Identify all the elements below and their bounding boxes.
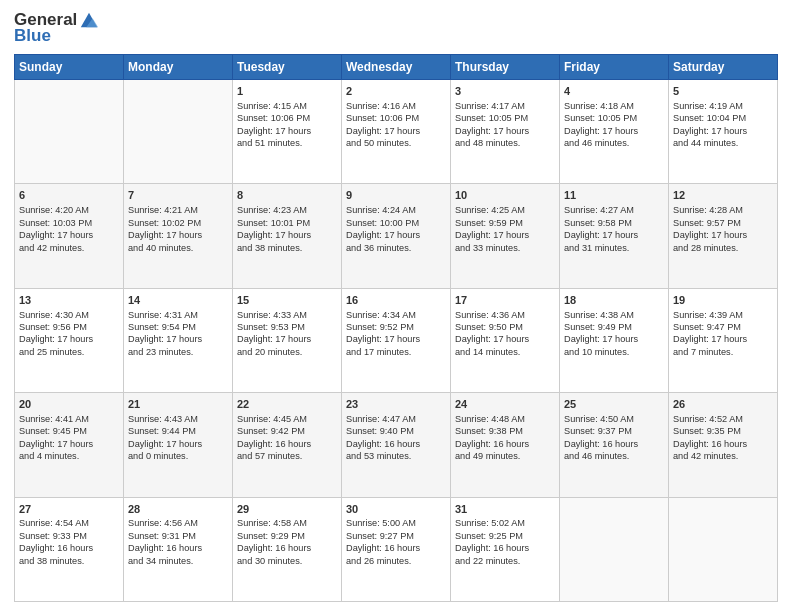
calendar-day-cell: 18Sunrise: 4:38 AMSunset: 9:49 PMDayligh… bbox=[560, 288, 669, 392]
day-info: and 14 minutes. bbox=[455, 346, 555, 358]
day-info: and 40 minutes. bbox=[128, 242, 228, 254]
day-info: Sunset: 10:06 PM bbox=[237, 112, 337, 124]
day-info: Sunset: 9:54 PM bbox=[128, 321, 228, 333]
calendar-day-cell: 8Sunrise: 4:23 AMSunset: 10:01 PMDayligh… bbox=[233, 184, 342, 288]
calendar-day-cell: 9Sunrise: 4:24 AMSunset: 10:00 PMDayligh… bbox=[342, 184, 451, 288]
day-info: Sunrise: 4:41 AM bbox=[19, 413, 119, 425]
logo-triangle-icon bbox=[79, 10, 99, 30]
day-info: Sunset: 10:05 PM bbox=[455, 112, 555, 124]
calendar-day-cell: 6Sunrise: 4:20 AMSunset: 10:03 PMDayligh… bbox=[15, 184, 124, 288]
day-info: Sunrise: 4:15 AM bbox=[237, 100, 337, 112]
day-info: Daylight: 17 hours bbox=[346, 229, 446, 241]
day-info: and 33 minutes. bbox=[455, 242, 555, 254]
day-number: 25 bbox=[564, 397, 664, 412]
calendar-day-cell: 23Sunrise: 4:47 AMSunset: 9:40 PMDayligh… bbox=[342, 393, 451, 497]
calendar-header-day: Thursday bbox=[451, 55, 560, 80]
calendar-day-cell: 5Sunrise: 4:19 AMSunset: 10:04 PMDayligh… bbox=[669, 80, 778, 184]
day-info: Sunrise: 4:28 AM bbox=[673, 204, 773, 216]
day-info: Daylight: 17 hours bbox=[346, 125, 446, 137]
day-number: 15 bbox=[237, 293, 337, 308]
calendar-day-cell bbox=[560, 497, 669, 601]
day-info: Daylight: 17 hours bbox=[455, 125, 555, 137]
calendar-header-day: Tuesday bbox=[233, 55, 342, 80]
day-info: Daylight: 16 hours bbox=[455, 438, 555, 450]
calendar-header-day: Sunday bbox=[15, 55, 124, 80]
calendar-day-cell bbox=[669, 497, 778, 601]
calendar-week-row: 20Sunrise: 4:41 AMSunset: 9:45 PMDayligh… bbox=[15, 393, 778, 497]
calendar-day-cell: 24Sunrise: 4:48 AMSunset: 9:38 PMDayligh… bbox=[451, 393, 560, 497]
day-info: and 31 minutes. bbox=[564, 242, 664, 254]
day-info: Daylight: 17 hours bbox=[455, 229, 555, 241]
calendar-day-cell: 11Sunrise: 4:27 AMSunset: 9:58 PMDayligh… bbox=[560, 184, 669, 288]
day-info: and 0 minutes. bbox=[128, 450, 228, 462]
day-info: Sunset: 9:47 PM bbox=[673, 321, 773, 333]
calendar-day-cell: 16Sunrise: 4:34 AMSunset: 9:52 PMDayligh… bbox=[342, 288, 451, 392]
day-info: and 50 minutes. bbox=[346, 137, 446, 149]
day-info: Daylight: 16 hours bbox=[455, 542, 555, 554]
day-number: 7 bbox=[128, 188, 228, 203]
day-info: Sunset: 9:37 PM bbox=[564, 425, 664, 437]
day-info: and 38 minutes. bbox=[237, 242, 337, 254]
calendar-day-cell: 29Sunrise: 4:58 AMSunset: 9:29 PMDayligh… bbox=[233, 497, 342, 601]
day-info: Sunrise: 4:50 AM bbox=[564, 413, 664, 425]
day-number: 16 bbox=[346, 293, 446, 308]
day-info: Sunset: 10:04 PM bbox=[673, 112, 773, 124]
logo-blue: Blue bbox=[14, 26, 51, 46]
day-info: Sunrise: 4:45 AM bbox=[237, 413, 337, 425]
calendar-week-row: 6Sunrise: 4:20 AMSunset: 10:03 PMDayligh… bbox=[15, 184, 778, 288]
day-info: Daylight: 16 hours bbox=[346, 542, 446, 554]
day-info: and 28 minutes. bbox=[673, 242, 773, 254]
day-info: Sunset: 9:27 PM bbox=[346, 530, 446, 542]
calendar-day-cell: 27Sunrise: 4:54 AMSunset: 9:33 PMDayligh… bbox=[15, 497, 124, 601]
calendar-week-row: 13Sunrise: 4:30 AMSunset: 9:56 PMDayligh… bbox=[15, 288, 778, 392]
day-info: Sunrise: 4:43 AM bbox=[128, 413, 228, 425]
day-info: Sunrise: 4:23 AM bbox=[237, 204, 337, 216]
day-number: 17 bbox=[455, 293, 555, 308]
calendar-week-row: 1Sunrise: 4:15 AMSunset: 10:06 PMDayligh… bbox=[15, 80, 778, 184]
day-info: and 57 minutes. bbox=[237, 450, 337, 462]
calendar-day-cell: 4Sunrise: 4:18 AMSunset: 10:05 PMDayligh… bbox=[560, 80, 669, 184]
day-info: Daylight: 17 hours bbox=[237, 125, 337, 137]
day-info: and 44 minutes. bbox=[673, 137, 773, 149]
day-number: 19 bbox=[673, 293, 773, 308]
day-info: Sunrise: 4:58 AM bbox=[237, 517, 337, 529]
day-number: 1 bbox=[237, 84, 337, 99]
calendar-day-cell: 28Sunrise: 4:56 AMSunset: 9:31 PMDayligh… bbox=[124, 497, 233, 601]
day-info: Sunrise: 4:39 AM bbox=[673, 309, 773, 321]
day-info: Daylight: 16 hours bbox=[673, 438, 773, 450]
day-info: Sunset: 9:49 PM bbox=[564, 321, 664, 333]
day-info: Daylight: 16 hours bbox=[346, 438, 446, 450]
day-info: Sunrise: 4:48 AM bbox=[455, 413, 555, 425]
day-info: Sunrise: 4:24 AM bbox=[346, 204, 446, 216]
day-info: Sunrise: 5:02 AM bbox=[455, 517, 555, 529]
day-info: and 23 minutes. bbox=[128, 346, 228, 358]
day-info: Daylight: 16 hours bbox=[128, 542, 228, 554]
calendar-day-cell bbox=[124, 80, 233, 184]
day-info: Daylight: 17 hours bbox=[673, 125, 773, 137]
calendar-week-row: 27Sunrise: 4:54 AMSunset: 9:33 PMDayligh… bbox=[15, 497, 778, 601]
day-info: Sunset: 9:50 PM bbox=[455, 321, 555, 333]
day-info: Sunset: 10:02 PM bbox=[128, 217, 228, 229]
day-info: Sunset: 9:44 PM bbox=[128, 425, 228, 437]
day-info: Sunset: 9:52 PM bbox=[346, 321, 446, 333]
day-info: and 22 minutes. bbox=[455, 555, 555, 567]
day-info: Daylight: 17 hours bbox=[673, 229, 773, 241]
day-info: and 46 minutes. bbox=[564, 137, 664, 149]
day-number: 2 bbox=[346, 84, 446, 99]
day-info: Sunrise: 4:19 AM bbox=[673, 100, 773, 112]
calendar-day-cell: 14Sunrise: 4:31 AMSunset: 9:54 PMDayligh… bbox=[124, 288, 233, 392]
day-number: 26 bbox=[673, 397, 773, 412]
day-info: and 48 minutes. bbox=[455, 137, 555, 149]
day-info: Sunset: 9:31 PM bbox=[128, 530, 228, 542]
day-info: Sunrise: 4:33 AM bbox=[237, 309, 337, 321]
day-info: and 7 minutes. bbox=[673, 346, 773, 358]
day-info: Daylight: 17 hours bbox=[128, 333, 228, 345]
day-info: Sunset: 10:00 PM bbox=[346, 217, 446, 229]
day-number: 4 bbox=[564, 84, 664, 99]
day-info: and 20 minutes. bbox=[237, 346, 337, 358]
day-info: Sunrise: 5:00 AM bbox=[346, 517, 446, 529]
calendar-day-cell: 13Sunrise: 4:30 AMSunset: 9:56 PMDayligh… bbox=[15, 288, 124, 392]
calendar-day-cell: 15Sunrise: 4:33 AMSunset: 9:53 PMDayligh… bbox=[233, 288, 342, 392]
calendar-day-cell: 26Sunrise: 4:52 AMSunset: 9:35 PMDayligh… bbox=[669, 393, 778, 497]
calendar-day-cell: 21Sunrise: 4:43 AMSunset: 9:44 PMDayligh… bbox=[124, 393, 233, 497]
